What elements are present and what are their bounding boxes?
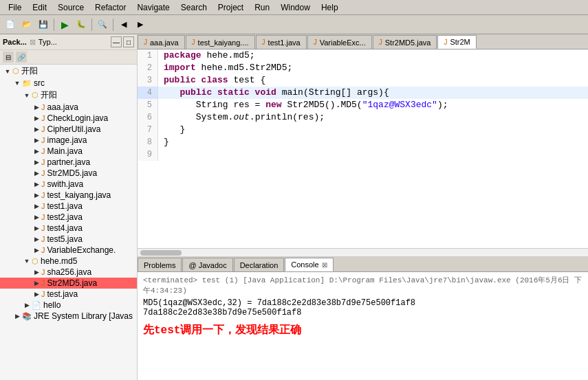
java-icon: J bbox=[41, 114, 45, 122]
line-content[interactable] bbox=[158, 148, 164, 161]
menu-help[interactable]: Help bbox=[316, 1, 344, 14]
code-line-6: 6 System.out.println(res); bbox=[138, 111, 588, 124]
list-item[interactable]: ▶Jtest4.java bbox=[0, 223, 137, 234]
tab-javadoc[interactable]: @ Javadoc bbox=[182, 258, 232, 271]
sidebar-link-btn[interactable]: 🔗 bbox=[16, 52, 27, 63]
tree-arrow: ▶ bbox=[32, 291, 41, 298]
line-content[interactable]: public class test { bbox=[158, 74, 265, 87]
tree-item-kaiyang[interactable]: ▼ ⬡ 开阳 bbox=[0, 89, 137, 102]
line-content[interactable]: package hehe.md5; bbox=[158, 49, 255, 62]
maximize-btn[interactable]: □ bbox=[123, 36, 134, 47]
sidebar-tab-type[interactable]: Typ... bbox=[39, 38, 57, 46]
file-label: CipherUtil.java bbox=[47, 124, 101, 134]
main-layout: Pack... ⊠ Typ... — □ ⊟ 🔗 ▼ ⬡ 开阳 ▼ bbox=[0, 34, 588, 380]
list-item[interactable]: ▶Jtest_kaiyang.java bbox=[0, 190, 137, 201]
minimize-btn[interactable]: — bbox=[111, 36, 122, 47]
line-number: 5 bbox=[138, 99, 158, 111]
annotation-suffix: 调用一下，发现结果正确 bbox=[180, 324, 301, 335]
tree-item-src[interactable]: ▼ 📁 src bbox=[0, 78, 137, 89]
menu-window[interactable]: Window bbox=[275, 1, 316, 14]
tab-str2m-active[interactable]: J Str2M bbox=[437, 35, 476, 49]
console-close-icon[interactable]: ⊠ bbox=[322, 261, 327, 269]
list-item[interactable]: ▶Jimage.java bbox=[0, 135, 137, 146]
debug-button[interactable]: 🐛 bbox=[74, 17, 89, 32]
open-button[interactable]: 📂 bbox=[19, 17, 34, 32]
menu-refactor[interactable]: Refactor bbox=[89, 1, 131, 14]
list-item[interactable]: ▶JMain.java bbox=[0, 146, 137, 157]
tree-item-hehemd5[interactable]: ▼ ⬡ hehe.md5 bbox=[0, 256, 137, 267]
list-item[interactable]: ▶Jsha256.java bbox=[0, 267, 137, 278]
file-label: hello bbox=[43, 300, 61, 310]
tab-variableexc[interactable]: J VariableExc... bbox=[307, 35, 372, 49]
tree-item-root[interactable]: ▼ ⬡ 开阳 bbox=[0, 65, 137, 78]
next-button[interactable]: ▶ bbox=[133, 17, 148, 32]
tree-item-str2md5-selected[interactable]: ▶JStr2MD5.java bbox=[0, 278, 137, 289]
tree-arrow-jre: ▶ bbox=[12, 313, 22, 320]
list-item[interactable]: ▶JCheckLogin.java bbox=[0, 113, 137, 124]
line-content[interactable]: System.out.println(res); bbox=[158, 111, 325, 124]
tree-arrow: ▶ bbox=[32, 137, 41, 144]
tab-console[interactable]: Console ⊠ bbox=[285, 258, 333, 271]
new-button[interactable]: 📄 bbox=[3, 17, 18, 32]
list-item[interactable]: ▶JCipherUtil.java bbox=[0, 124, 137, 135]
tab-str2md5-1[interactable]: J Str2MD5.java bbox=[373, 35, 437, 49]
file-label: test1.java bbox=[47, 201, 83, 211]
search-button[interactable]: 🔍 bbox=[95, 17, 110, 32]
list-item[interactable]: ▶Jpartner.java bbox=[0, 157, 137, 168]
java-icon: J bbox=[41, 268, 45, 276]
console-header: <terminated> test (1) [Java Application]… bbox=[143, 275, 582, 295]
tree-label-hehemd5: hehe.md5 bbox=[41, 256, 77, 266]
menu-run[interactable]: Run bbox=[249, 1, 275, 14]
java-icon: J bbox=[41, 290, 45, 298]
menu-project[interactable]: Project bbox=[213, 1, 249, 14]
list-item[interactable]: ▶Jtest.java bbox=[0, 289, 137, 300]
separator-3 bbox=[113, 19, 113, 31]
line-content[interactable]: } bbox=[158, 124, 185, 136]
list-item[interactable]: ▶JVariableExchange. bbox=[0, 245, 137, 256]
file-label: sha256.java bbox=[47, 267, 92, 277]
prev-button[interactable]: ◀ bbox=[116, 17, 131, 32]
list-item[interactable]: ▶Jaaa.java bbox=[0, 102, 137, 113]
line-content[interactable]: String res = new Str2MD5().MD5("1qaz@WSX… bbox=[158, 99, 448, 111]
tab-aaa[interactable]: J aaa.java bbox=[138, 35, 185, 49]
run-button[interactable]: ▶ bbox=[57, 17, 72, 32]
code-editor[interactable]: 1 package hehe.md5; 2 import hehe.md5.St… bbox=[138, 49, 588, 248]
console-annotation: 先test调用一下，发现结果正确 bbox=[143, 323, 582, 337]
menu-file[interactable]: File bbox=[3, 1, 27, 14]
menu-navigate[interactable]: Navigate bbox=[131, 1, 175, 14]
menu-search[interactable]: Search bbox=[175, 1, 213, 14]
project-icon: ⬡ bbox=[12, 67, 19, 76]
tab-problems[interactable]: Problems bbox=[138, 258, 182, 271]
file-label: image.java bbox=[47, 135, 87, 145]
scroll-thumb[interactable] bbox=[140, 250, 182, 256]
tab-test1[interactable]: J test1.java bbox=[256, 35, 307, 49]
list-item[interactable]: ▶Jtest2.java bbox=[0, 212, 137, 223]
line-content[interactable]: public static void main(String[] args){ bbox=[158, 87, 389, 99]
java-icon: J bbox=[41, 246, 45, 254]
tab-label: Str2MD5.java bbox=[385, 38, 431, 47]
tree-arrow: ▶ bbox=[32, 236, 41, 243]
tab-declaration[interactable]: Declaration bbox=[234, 258, 285, 271]
sidebar-tab-package[interactable]: Pack... bbox=[3, 38, 27, 46]
line-number: 1 bbox=[138, 49, 158, 62]
tab-test-kaiyang[interactable]: J test_kaiyang.... bbox=[186, 35, 255, 49]
tree-arrow: ▶ bbox=[32, 203, 41, 210]
list-item[interactable]: ▶Jswith.java bbox=[0, 179, 137, 190]
line-content[interactable]: import hehe.md5.Str2MD5; bbox=[158, 62, 292, 74]
separator-2 bbox=[91, 19, 92, 31]
list-item[interactable]: ▶JStr2MD5.java bbox=[0, 168, 137, 179]
java-icon: J bbox=[41, 180, 45, 188]
file-label: aaa.java bbox=[47, 102, 78, 112]
menu-edit[interactable]: Edit bbox=[27, 1, 52, 14]
tree-arrow: ▶ bbox=[32, 247, 41, 254]
line-content[interactable]: } bbox=[158, 136, 169, 148]
tree-item-jre[interactable]: ▶📚JRE System Library [Javas bbox=[0, 311, 137, 322]
save-button[interactable]: 💾 bbox=[36, 17, 51, 32]
menu-source[interactable]: Source bbox=[52, 1, 89, 14]
sidebar-collapse-btn[interactable]: ⊟ bbox=[3, 52, 14, 63]
horizontal-scrollbar[interactable] bbox=[138, 248, 588, 256]
list-item[interactable]: ▶Jtest1.java bbox=[0, 201, 137, 212]
list-item[interactable]: ▶📄hello bbox=[0, 300, 137, 311]
tab-label: VariableExc... bbox=[320, 38, 366, 47]
list-item[interactable]: ▶Jtest5.java bbox=[0, 234, 137, 245]
